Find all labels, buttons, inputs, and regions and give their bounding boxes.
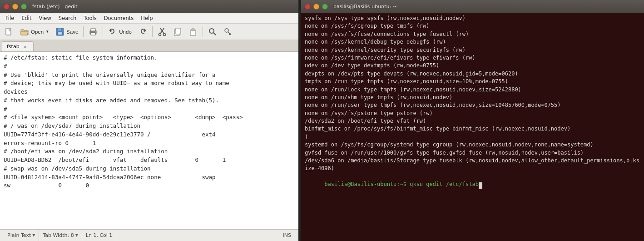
term-line-8: tmpfs on /run type tmpfs (rw,noexec,nosu…: [305, 78, 640, 85]
copy-icon: [173, 27, 182, 36]
svg-rect-2: [58, 28, 61, 31]
insert-mode: INS: [279, 230, 295, 241]
terminal-titlebar: basilis@Basilis-ubuntu: ~: [301, 0, 644, 13]
tab-width-label: Tab Width: 8: [43, 232, 74, 238]
toolbar-separator-2: [103, 26, 103, 37]
find-icon: [208, 27, 217, 36]
position-label: Ln 1, Col 1: [86, 232, 113, 238]
redo-icon: [138, 27, 147, 36]
terminal-prompt: basilis@Basilis-ubuntu:~$ gksu gedit /et…: [324, 181, 479, 187]
term-line-11: none on /run/user type tmpfs (rw,noexec,…: [305, 101, 640, 109]
menu-view[interactable]: View: [35, 14, 55, 22]
new-button[interactable]: [2, 25, 16, 39]
terminal-minimize-button[interactable]: [313, 4, 319, 10]
toolbar-separator-1: [83, 26, 84, 37]
term-line-5: none on /sys/firmware/efi/efivars type e…: [305, 54, 640, 62]
term-prompt-line: basilis@Basilis-ubuntu:~$ gksu gedit /et…: [305, 173, 640, 196]
toolbar-separator-4: [203, 26, 203, 37]
term-line-6: udev on /dev type devtmpfs (rw,mode=0755…: [305, 62, 640, 70]
language-label: Plain Text: [7, 232, 31, 238]
term-line-7: devpts on /dev/pts type devpts (rw,noexe…: [305, 70, 640, 78]
menu-search[interactable]: Search: [55, 14, 80, 22]
gedit-titlebar: fstab (/etc) - gedit: [0, 0, 298, 13]
mode-label: INS: [283, 232, 291, 238]
term-line-10: none on /run/shm type tmpfs (rw,nosuid,n…: [305, 94, 640, 101]
new-icon: [5, 27, 14, 36]
open-button[interactable]: Open ▼: [17, 25, 52, 39]
close-button[interactable]: [4, 4, 10, 10]
gedit-window: fstab (/etc) - gedit File Edit View Sear…: [0, 0, 299, 241]
language-selector[interactable]: Plain Text ▼: [4, 230, 39, 241]
terminal-window: basilis@Basilis-ubuntu: ~ sysfs on /sys …: [301, 0, 644, 241]
gedit-editor[interactable]: # /etc/fstab: static file system informa…: [0, 52, 298, 229]
svg-point-14: [163, 33, 165, 35]
svg-point-21: [225, 29, 228, 32]
svg-rect-7: [91, 33, 95, 35]
save-button[interactable]: Save: [53, 25, 81, 39]
paste-button[interactable]: [186, 25, 200, 39]
copy-button[interactable]: [170, 25, 185, 39]
term-line-17: gvfsd-fuse on /run/user/1000/gvfs type f…: [305, 149, 640, 157]
svg-point-13: [159, 33, 161, 35]
menu-tools[interactable]: Tools: [80, 14, 100, 22]
cut-button[interactable]: [155, 25, 169, 39]
paste-icon: [188, 27, 198, 36]
term-line-9: none on /run/lock type tmpfs (rw,noexec,…: [305, 86, 640, 94]
replace-icon: [223, 27, 233, 36]
tab-fstab[interactable]: fstab ×: [2, 41, 34, 51]
language-dropdown-arrow: ▼: [32, 233, 35, 237]
term-line-0: sysfs on /sys type sysfs (rw,noexec,nosu…: [305, 15, 640, 22]
svg-rect-18: [192, 29, 194, 31]
save-label: Save: [66, 29, 78, 35]
svg-rect-16: [176, 28, 181, 34]
menu-help[interactable]: Help: [137, 14, 156, 22]
window-title: fstab (/etc) - gedit: [32, 4, 78, 10]
open-arrow: ▼: [45, 30, 49, 34]
redo-button[interactable]: [135, 25, 150, 39]
replace-button[interactable]: [221, 25, 235, 39]
undo-label: Undo: [119, 29, 132, 35]
term-line-2: none on /sys/fs/fuse/connections type fu…: [305, 30, 640, 38]
tab-width-dropdown-arrow: ▼: [75, 233, 78, 237]
gedit-statusbar: Plain Text ▼ Tab Width: 8 ▼ Ln 1, Col 1 …: [0, 229, 298, 241]
menu-file[interactable]: File: [2, 14, 18, 22]
menu-edit[interactable]: Edit: [18, 14, 35, 22]
open-icon: [20, 27, 29, 36]
svg-marker-10: [143, 30, 145, 32]
svg-rect-4: [58, 32, 62, 35]
gedit-tabs: fstab ×: [0, 40, 298, 52]
undo-button[interactable]: Undo: [105, 25, 134, 39]
term-line-15: ): [305, 133, 640, 141]
terminal-content[interactable]: sysfs on /sys type sysfs (rw,noexec,nosu…: [301, 13, 644, 241]
term-line-13: /dev/sda2 on /boot/efi type vfat (rw): [305, 117, 640, 125]
svg-point-8: [95, 31, 96, 32]
minimize-button[interactable]: [12, 4, 18, 10]
term-line-16: systemd on /sys/fs/cgroup/systemd type c…: [305, 141, 640, 149]
find-button[interactable]: [205, 25, 220, 39]
terminal-cursor: [479, 182, 482, 189]
print-button[interactable]: [86, 25, 100, 39]
cut-icon: [158, 27, 167, 36]
terminal-title: basilis@Basilis-ubuntu: ~: [333, 4, 397, 10]
terminal-maximize-button[interactable]: [322, 4, 328, 10]
term-line-4: none on /sys/kernel/security type securi…: [305, 46, 640, 54]
tab-label: fstab: [7, 44, 20, 50]
terminal-close-button[interactable]: [305, 4, 311, 10]
term-line-12: none on /sys/fs/pstore type pstore (rw): [305, 110, 640, 117]
svg-point-19: [209, 29, 214, 33]
gedit-toolbar: Open ▼ Save: [0, 24, 298, 40]
term-line-1: none on /sys/fs/cgroup type tmpfs (rw): [305, 22, 640, 30]
undo-icon: [108, 27, 117, 36]
term-line-14: binfmt_misc on /proc/sys/fs/binfmt_misc …: [305, 125, 640, 133]
toolbar-separator-3: [152, 26, 153, 37]
tab-close-button[interactable]: ×: [22, 44, 29, 50]
open-label: Open: [31, 29, 44, 35]
svg-rect-6: [91, 29, 95, 31]
maximize-button[interactable]: [21, 4, 27, 10]
tab-width-selector[interactable]: Tab Width: 8 ▼: [39, 230, 82, 241]
menu-documents[interactable]: Documents: [100, 14, 138, 22]
save-icon: [55, 27, 64, 36]
gedit-menubar: File Edit View Search Tools Documents He…: [0, 13, 298, 24]
editor-text[interactable]: # /etc/fstab: static file system informa…: [4, 54, 295, 190]
term-line-3: none on /sys/kernel/debug type debugfs (…: [305, 38, 640, 46]
